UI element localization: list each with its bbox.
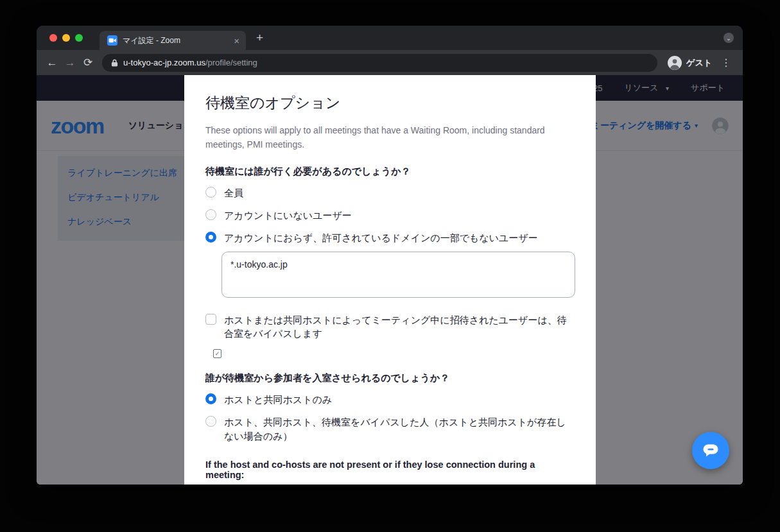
fullscreen-window-button[interactable] [75, 34, 83, 42]
radio-selected-icon[interactable] [205, 232, 216, 243]
browser-tab[interactable]: マイ設定 - Zoom × [100, 31, 246, 50]
checkbox-label: ホストまたは共同ホストによってミーティング中に招待されたユーザーは、待合室をバイ… [224, 313, 573, 341]
radio-icon[interactable] [205, 187, 216, 198]
guest-avatar-icon [668, 56, 682, 70]
q3-label: If the host and co-hosts are not present… [205, 459, 575, 480]
back-icon[interactable]: ← [43, 54, 61, 72]
q2-label: 誰が待機室から参加者を入室させられるのでしょうか？ [205, 372, 575, 384]
minimize-window-button[interactable] [62, 34, 70, 42]
q2-option-host-cohosts-bypassers[interactable]: ホスト、共同ホスト、待機室をバイパスした人（ホストと共同ホストが存在しない場合の… [205, 415, 573, 443]
radio-label: ホストと共同ホストのみ [224, 393, 332, 407]
check-icon: ✓ [213, 349, 221, 358]
url-host: u-tokyo-ac-jp.zoom.us [123, 58, 205, 67]
desktop-background: マイ設定 - Zoom × + ⌄ ← → ⟳ u-tokyo-ac-jp.zo… [0, 0, 780, 532]
close-tab-icon[interactable]: × [232, 36, 241, 46]
q1-label: 待機室には誰が行く必要があるのでしょうか？ [205, 166, 575, 178]
window-controls [49, 34, 83, 42]
lock-icon [111, 58, 118, 67]
close-window-button[interactable] [49, 34, 57, 42]
modal-title: 待機室のオプション [205, 93, 575, 113]
page-viewport: 88.799.0125 リソース ▾ サポート zoom ソリューション ミーテ… [37, 75, 743, 485]
url-path: /profile/setting [205, 58, 257, 67]
radio-label: アカウントにいないユーザー [224, 209, 352, 223]
zoom-favicon-icon [107, 35, 117, 46]
radio-selected-icon[interactable] [205, 393, 216, 404]
checkbox-icon[interactable] [205, 314, 216, 325]
reload-icon[interactable]: ⟳ [79, 54, 97, 72]
browser-profile-button[interactable]: ゲスト [664, 55, 716, 71]
chat-bubble-icon [702, 442, 720, 459]
modal-description: These options will apply to all meetings… [205, 124, 552, 151]
tab-search-icon[interactable]: ⌄ [724, 33, 734, 43]
allowed-domains-input[interactable]: *.u-tokyo.ac.jp [221, 252, 575, 298]
bypass-waiting-room-checkbox-row[interactable]: ホストまたは共同ホストによってミーティング中に招待されたユーザーは、待合室をバイ… [205, 313, 573, 341]
forward-icon[interactable]: → [61, 54, 79, 72]
radio-icon[interactable] [205, 416, 216, 427]
browser-menu-icon[interactable]: ⋮ [716, 56, 736, 69]
q1-option-users-not-in-allowed-domains[interactable]: アカウントにおらず、許可されているドメインの一部でもないユーザー [205, 231, 573, 245]
q1-option-everyone[interactable]: 全員 [205, 186, 573, 200]
profile-label: ゲスト [686, 57, 712, 69]
q1-option-users-not-in-account[interactable]: アカウントにいないユーザー [205, 209, 573, 223]
radio-icon[interactable] [205, 209, 216, 220]
address-bar[interactable]: u-tokyo-ac-jp.zoom.us/profile/setting [102, 54, 657, 72]
radio-label: アカウントにおらず、許可されているドメインの一部でもないユーザー [224, 231, 538, 245]
browser-window: マイ設定 - Zoom × + ⌄ ← → ⟳ u-tokyo-ac-jp.zo… [37, 26, 743, 485]
waiting-room-options-modal: 待機室のオプション These options will apply to al… [184, 75, 596, 485]
tab-title: マイ設定 - Zoom [123, 35, 227, 46]
url-text: u-tokyo-ac-jp.zoom.us/profile/setting [123, 58, 257, 67]
browser-titlebar: マイ設定 - Zoom × + ⌄ [37, 26, 743, 50]
new-tab-button[interactable]: + [256, 31, 263, 45]
radio-label: 全員 [224, 186, 243, 200]
browser-toolbar: ← → ⟳ u-tokyo-ac-jp.zoom.us/profile/sett… [37, 50, 743, 75]
help-chat-button[interactable] [692, 432, 729, 469]
q2-option-host-cohosts-only[interactable]: ホストと共同ホストのみ [205, 393, 573, 407]
radio-label: ホスト、共同ホスト、待機室をバイパスした人（ホストと共同ホストが存在しない場合の… [224, 415, 573, 443]
